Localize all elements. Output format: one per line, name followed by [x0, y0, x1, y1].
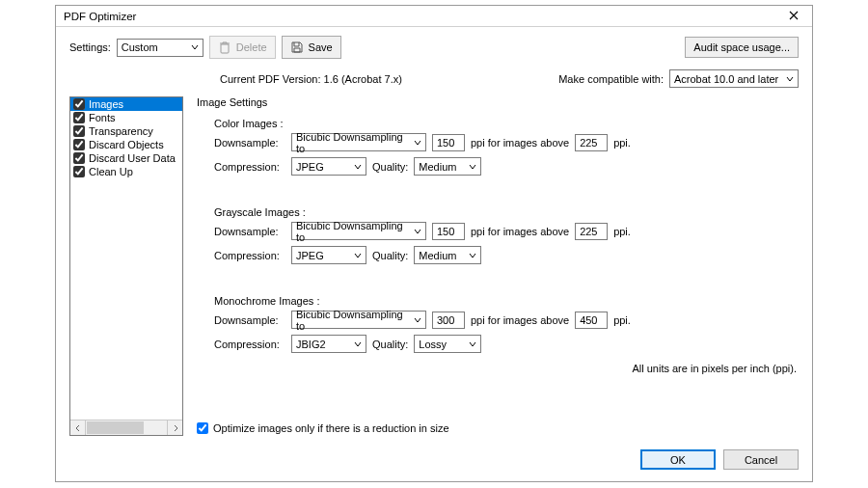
grayscale-downsample-method[interactable]: Bicubic Downsampling to — [291, 222, 426, 240]
panel-title: Image Settings — [197, 96, 799, 108]
compression-label: Compression: — [214, 339, 285, 350]
close-button[interactable] — [781, 8, 806, 25]
combo-value: Medium — [419, 250, 456, 261]
chevron-down-icon — [469, 252, 476, 259]
category-label: Transparency — [89, 125, 153, 137]
category-item-images[interactable]: Images — [70, 97, 182, 111]
monochrome-quality[interactable]: Lossy — [414, 335, 481, 353]
color-quality[interactable]: Medium — [414, 157, 481, 176]
combo-value: JPEG — [296, 250, 324, 261]
chevron-down-icon — [414, 228, 421, 235]
color-downsample-row: Downsample: Bicubic Downsampling to ppi … — [214, 133, 799, 151]
combo-value: JBIG2 — [296, 339, 326, 350]
grayscale-downsample-ppi[interactable] — [432, 223, 465, 240]
category-item-discard-user-data[interactable]: Discard User Data — [70, 151, 182, 165]
combo-value: Lossy — [419, 339, 447, 350]
combo-value: Medium — [419, 161, 456, 173]
category-checkbox[interactable] — [73, 125, 85, 137]
grayscale-compression-row: Compression: JPEG Quality: Medium — [214, 246, 799, 264]
monochrome-compression-method[interactable]: JBIG2 — [291, 335, 366, 353]
cancel-button[interactable]: Cancel — [723, 449, 799, 470]
ok-button[interactable]: OK — [640, 449, 716, 470]
chevron-down-icon — [469, 340, 476, 348]
save-icon — [290, 41, 304, 54]
category-item-transparency[interactable]: Transparency — [70, 124, 182, 138]
settings-label: Settings: — [69, 41, 111, 53]
category-label: Fonts — [89, 112, 116, 123]
compat-combo-value: Acrobat 10.0 and later — [674, 73, 778, 85]
color-compression-method[interactable]: JPEG — [291, 157, 366, 176]
scroll-right-arrow-icon[interactable] — [167, 420, 182, 435]
color-compression-row: Compression: JPEG Quality: Medium — [214, 157, 799, 176]
category-checkbox[interactable] — [73, 112, 85, 123]
scroll-track[interactable] — [86, 420, 167, 435]
category-checkbox[interactable] — [73, 139, 85, 150]
optimize-reduction-checkbox-row[interactable]: Optimize images only if there is a reduc… — [197, 422, 799, 436]
quality-label: Quality: — [372, 161, 408, 173]
settings-combo[interactable]: Custom — [117, 39, 203, 57]
monochrome-downsample-method[interactable]: Bicubic Downsampling to — [291, 311, 426, 329]
chevron-down-icon — [469, 163, 476, 171]
save-button[interactable]: Save — [282, 36, 341, 59]
color-above-ppi[interactable] — [575, 134, 608, 151]
chevron-down-icon — [354, 252, 362, 259]
category-label: Clean Up — [89, 166, 133, 177]
ppi-suffix: ppi. — [613, 226, 631, 237]
color-downsample-ppi[interactable] — [432, 134, 465, 151]
downsample-label: Downsample: — [214, 314, 285, 326]
ppi-mid-text: ppi for images above — [471, 137, 569, 149]
grayscale-compression-method[interactable]: JPEG — [291, 246, 366, 264]
compression-label: Compression: — [214, 161, 285, 173]
audit-button[interactable]: Audit space usage... — [685, 37, 799, 58]
grayscale-above-ppi[interactable] — [575, 223, 608, 240]
grayscale-quality[interactable]: Medium — [414, 246, 481, 264]
close-icon — [789, 11, 799, 22]
category-item-clean-up[interactable]: Clean Up — [70, 165, 182, 178]
scroll-left-arrow-icon[interactable] — [70, 420, 86, 435]
ppi-mid-text: ppi for images above — [471, 314, 569, 326]
save-button-label: Save — [309, 41, 333, 53]
delete-button[interactable]: Delete — [209, 36, 276, 59]
optimize-reduction-checkbox[interactable] — [197, 422, 208, 434]
combo-value: Bicubic Downsampling to — [296, 220, 410, 243]
color-downsample-method[interactable]: Bicubic Downsampling to — [291, 133, 426, 151]
category-checkbox[interactable] — [73, 152, 85, 164]
version-row: Current PDF Version: 1.6 (Acrobat 7.x) M… — [56, 59, 812, 88]
compression-label: Compression: — [214, 250, 285, 261]
color-images-heading: Color Images : — [214, 118, 799, 129]
downsample-label: Downsample: — [214, 137, 285, 149]
monochrome-downsample-ppi[interactable] — [432, 312, 465, 329]
category-hscrollbar[interactable] — [70, 420, 182, 435]
ppi-mid-text: ppi for images above — [471, 226, 569, 237]
quality-label: Quality: — [372, 250, 408, 261]
combo-value: Bicubic Downsampling to — [296, 309, 410, 332]
main-area: Images Fonts Transparency Discard Object… — [56, 88, 812, 442]
monochrome-above-ppi[interactable] — [575, 312, 608, 329]
audit-button-label: Audit space usage... — [693, 41, 790, 53]
chevron-down-icon — [414, 316, 421, 324]
chevron-down-icon — [191, 43, 199, 51]
category-item-fonts[interactable]: Fonts — [70, 111, 182, 124]
image-settings-panel: Image Settings Color Images : Downsample… — [197, 96, 799, 436]
dialog-footer: OK Cancel — [56, 442, 812, 481]
ppi-suffix: ppi. — [613, 137, 631, 149]
cancel-button-label: Cancel — [745, 454, 777, 466]
downsample-label: Downsample: — [214, 226, 285, 237]
settings-inner: Color Images : Downsample: Bicubic Downs… — [197, 112, 799, 422]
category-item-discard-objects[interactable]: Discard Objects — [70, 138, 182, 151]
compat-combo[interactable]: Acrobat 10.0 and later — [669, 69, 799, 88]
category-label: Images — [89, 98, 123, 110]
category-checkbox[interactable] — [73, 98, 85, 110]
combo-value: Bicubic Downsampling to — [296, 131, 410, 154]
monochrome-downsample-row: Downsample: Bicubic Downsampling to ppi … — [214, 311, 799, 329]
monochrome-images-heading: Monochrome Images : — [214, 295, 799, 307]
chevron-down-icon — [414, 139, 421, 147]
category-label: Discard User Data — [89, 152, 176, 164]
compat-label: Make compatible with: — [558, 73, 664, 85]
chevron-down-icon — [354, 163, 362, 171]
current-pdf-version: Current PDF Version: 1.6 (Acrobat 7.x) — [220, 73, 402, 85]
category-checkbox[interactable] — [73, 166, 85, 177]
grayscale-images-heading: Grayscale Images : — [214, 206, 799, 218]
monochrome-compression-row: Compression: JBIG2 Quality: Lossy — [214, 335, 799, 353]
scroll-thumb[interactable] — [87, 421, 144, 434]
